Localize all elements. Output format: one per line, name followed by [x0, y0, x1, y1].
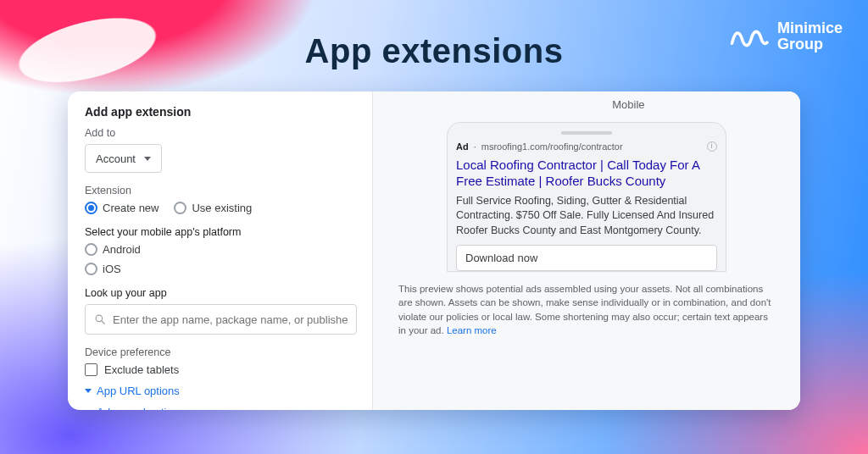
device-pref-label: Device preference — [85, 346, 357, 358]
ad-headline[interactable]: Local Roofing Contractor | Call Today Fo… — [456, 157, 717, 189]
ad-display-url: msroofing1.com/roofing/contractor — [481, 141, 623, 152]
mobile-label: Mobile — [612, 98, 644, 111]
brand-line1: Minimice — [777, 20, 843, 36]
platform-label: Select your mobile app's platform — [85, 226, 357, 238]
svg-line-1 — [102, 321, 105, 324]
phone-speaker-icon — [561, 131, 612, 135]
caret-down-icon — [144, 157, 151, 161]
addto-label: Add to — [85, 127, 357, 139]
ad-cta-button[interactable]: Download now — [456, 245, 717, 271]
search-icon — [94, 313, 106, 325]
radio-icon — [85, 243, 97, 256]
exclude-tablets-label: Exclude tablets — [104, 363, 179, 376]
extension-panel: Add app extension Add to Account Extensi… — [68, 91, 800, 410]
radio-icon — [85, 202, 97, 214]
radio-create-new[interactable]: Create new — [85, 202, 159, 214]
brand-line2: Group — [777, 36, 843, 53]
radio-ios[interactable]: iOS — [85, 263, 357, 275]
learn-more-link[interactable]: Learn more — [447, 325, 497, 335]
radio-android[interactable]: Android — [85, 243, 357, 256]
radio-ios-label: iOS — [103, 263, 121, 275]
form-column: Add app extension Add to Account Extensi… — [68, 91, 373, 410]
app-url-options-toggle[interactable]: App URL options — [85, 385, 357, 397]
extension-label: Extension — [85, 185, 357, 197]
preview-column: Mobile Ad · msroofing1.com/roofing/contr… — [373, 91, 800, 410]
addto-value: Account — [96, 152, 136, 165]
preview-disclaimer: This preview shows potential ads assembl… — [398, 282, 775, 336]
ad-tag: Ad — [456, 141, 469, 152]
ad-description: Full Service Roofing, Siding, Gutter & R… — [456, 194, 717, 239]
brand-mark-icon — [730, 24, 769, 49]
radio-icon — [174, 202, 186, 214]
lookup-label: Look up your app — [85, 287, 357, 299]
form-heading: Add app extension — [85, 105, 357, 119]
mobile-preview-frame: Ad · msroofing1.com/roofing/contractor L… — [447, 122, 726, 272]
advanced-options-label: Advanced options — [97, 406, 184, 410]
chevron-down-icon — [85, 389, 92, 393]
addto-select[interactable]: Account — [85, 144, 162, 173]
brand-logo: Minimice Group — [730, 20, 843, 53]
lookup-search[interactable] — [85, 304, 357, 335]
exclude-tablets-checkbox[interactable]: Exclude tablets — [85, 363, 357, 376]
advanced-options-toggle[interactable]: Advanced options — [85, 406, 357, 410]
radio-use-existing-label: Use existing — [192, 202, 252, 214]
app-url-options-label: App URL options — [97, 385, 180, 397]
radio-use-existing[interactable]: Use existing — [174, 202, 252, 214]
radio-create-new-label: Create new — [103, 202, 159, 214]
ad-url-row: Ad · msroofing1.com/roofing/contractor — [456, 141, 717, 152]
lookup-input[interactable] — [113, 313, 348, 326]
info-icon[interactable] — [707, 141, 717, 152]
checkbox-icon — [85, 363, 97, 376]
radio-icon — [85, 263, 97, 275]
radio-android-label: Android — [103, 243, 141, 256]
